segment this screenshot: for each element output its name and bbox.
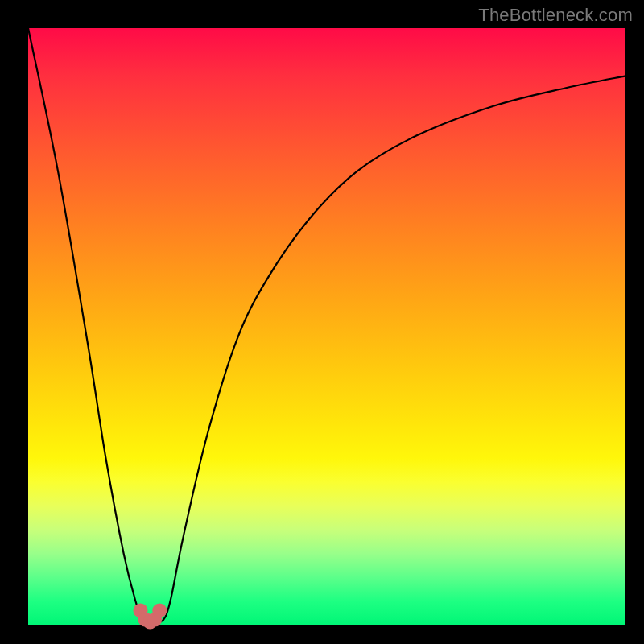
- chart-frame: TheBottleneck.com: [0, 0, 644, 644]
- curve-markers: [134, 603, 167, 629]
- curve-svg: [28, 28, 625, 625]
- plot-area: [28, 28, 625, 625]
- watermark-text: TheBottleneck.com: [478, 5, 633, 26]
- curve-marker: [152, 603, 167, 617]
- bottleneck-curve: [28, 28, 625, 624]
